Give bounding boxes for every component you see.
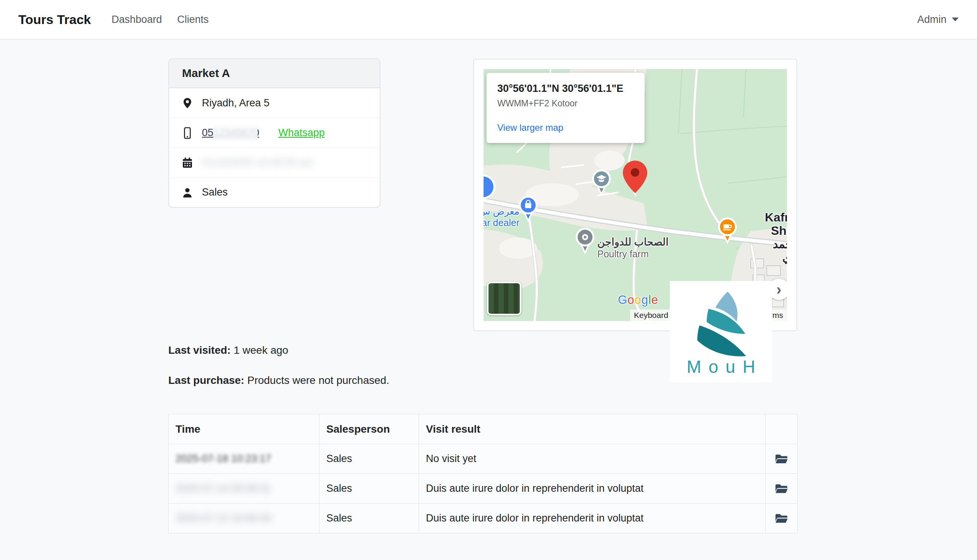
- visit-time-blurred: 2025-07-14 09:38:31: [176, 483, 271, 495]
- town-label-line1: Kafr: [765, 211, 787, 224]
- col-header-salesperson: Salesperson: [320, 414, 419, 444]
- open-visit-button[interactable]: [766, 503, 798, 533]
- market-salesperson-row: Sales: [169, 177, 380, 207]
- nav-item-clients[interactable]: Clients: [177, 14, 209, 25]
- table-row-result: Duis aute irure dolor in reprehenderit i…: [419, 474, 766, 503]
- town-label-ar1: خمد: [773, 237, 787, 251]
- google-logo[interactable]: Google: [618, 293, 658, 307]
- view-larger-map-link[interactable]: View larger map: [497, 122, 563, 133]
- phone-blur-overlay: [213, 125, 258, 142]
- satellite-view-toggle[interactable]: [487, 282, 521, 315]
- table-row-salesperson: Sales: [320, 474, 419, 503]
- schedule-value-blurred: 01/10/2025 10:00:00 am: [202, 157, 314, 168]
- whatsapp-link[interactable]: Whatsapp: [278, 127, 325, 139]
- col-header-visit-result: Visit result: [419, 414, 766, 444]
- chevron-right-icon: ›: [776, 282, 781, 297]
- location-pin-icon: [182, 97, 193, 109]
- table-row-time: 2025-07-18 10:23:17: [169, 444, 320, 474]
- coffee-poi-icon[interactable]: [717, 217, 738, 245]
- shopping-poi-icon[interactable]: [518, 195, 539, 224]
- phone-link[interactable]: 0512345670: [202, 127, 259, 139]
- market-card-title: Market A: [169, 59, 380, 88]
- town-label: Kafr Sh: [765, 211, 787, 237]
- map-marker-icon[interactable]: [623, 160, 647, 195]
- col-header-time: Time: [169, 414, 320, 444]
- google-letter: o: [634, 293, 641, 307]
- town-label-ar2: ي: [782, 250, 787, 264]
- last-visited-value: 1 week ago: [234, 344, 288, 356]
- mobile-phone-icon: [182, 127, 193, 139]
- market-schedule-row: 01/10/2025 10:00:00 am: [169, 148, 380, 177]
- market-location: Riyadh, Area 5: [202, 97, 269, 109]
- visits-table: Time Salesperson Visit result 2025-07-18…: [168, 414, 797, 533]
- folder-icon: [775, 453, 789, 465]
- google-letter: g: [642, 293, 648, 307]
- visit-time-blurred: 2025-07-12 10:56:43: [176, 512, 271, 524]
- car-dealer-label[interactable]: معرض س Car dealer: [483, 205, 519, 228]
- mouh-logo-leaves: [688, 291, 753, 357]
- last-purchase-label: Last purchase:: [168, 374, 244, 386]
- market-location-row: Riyadh, Area 5: [169, 88, 380, 118]
- mouh-logo-text: MouH: [687, 357, 763, 377]
- visit-time-blurred: 2025-07-18 10:23:17: [176, 453, 271, 465]
- folder-icon: [775, 483, 789, 495]
- mouh-logo: MouH: [670, 281, 772, 382]
- google-letter: e: [651, 293, 658, 307]
- table-row-salesperson: Sales: [320, 444, 419, 474]
- map-info-window: 30°56'01.1"N 30°56'01.1"E WWMM+FF2 Kotoo…: [487, 73, 644, 143]
- open-visit-button[interactable]: [766, 444, 798, 474]
- folder-icon: [775, 512, 789, 525]
- car-dealer-label-en: Car dealer: [483, 217, 519, 228]
- app-brand[interactable]: Tours Track: [18, 12, 91, 27]
- salesperson-name: Sales: [202, 187, 228, 198]
- poultry-poi-icon[interactable]: [575, 228, 596, 256]
- coordinates-title: 30°56'01.1"N 30°56'01.1"E: [497, 83, 634, 95]
- poultry-label-en: Poultry farm: [597, 248, 669, 260]
- google-letter: l: [648, 293, 651, 307]
- user-menu[interactable]: Admin: [917, 14, 959, 25]
- poultry-label-ar: الصحاب للدواجن: [597, 236, 669, 248]
- person-icon: [182, 187, 193, 198]
- plus-code: WWMM+FF2 Kotoor: [497, 98, 634, 108]
- market-phone-row: 0512345670 Whatsapp: [169, 118, 380, 148]
- user-menu-label: Admin: [917, 14, 947, 25]
- col-header-actions: [766, 414, 798, 444]
- google-letter: G: [618, 293, 627, 307]
- calendar-icon: [182, 157, 193, 168]
- market-card: Market A Riyadh, Area 5 0512345670 Whats…: [168, 58, 380, 208]
- last-purchase-line: Last purchase: Products were not purchas…: [168, 374, 389, 387]
- last-purchase-value: Products were not purchased.: [247, 374, 389, 386]
- school-poi-icon[interactable]: [591, 169, 612, 197]
- table-row-result: Duis aute irure dolor in reprehenderit i…: [419, 503, 766, 533]
- open-visit-button[interactable]: [766, 474, 798, 503]
- poultry-farm-label[interactable]: الصحاب للدواجن Poultry farm: [597, 236, 669, 260]
- car-dealer-label-ar: معرض س: [483, 205, 519, 217]
- caret-down-icon: [952, 18, 959, 22]
- town-label-line2: Sh: [771, 224, 787, 237]
- last-visited-label: Last visited:: [168, 344, 231, 356]
- last-visited-line: Last visited: 1 week ago: [168, 344, 288, 357]
- nav-item-dashboard[interactable]: Dashboard: [111, 14, 162, 25]
- top-navbar: Tours Track Dashboard Clients Admin: [0, 0, 977, 40]
- table-row-time: 2025-07-12 10:56:43: [169, 503, 320, 533]
- google-letter: o: [627, 293, 634, 307]
- table-row-salesperson: Sales: [320, 503, 419, 533]
- table-row-time: 2025-07-14 09:38:31: [169, 474, 320, 503]
- table-row-result: No visit yet: [419, 444, 766, 474]
